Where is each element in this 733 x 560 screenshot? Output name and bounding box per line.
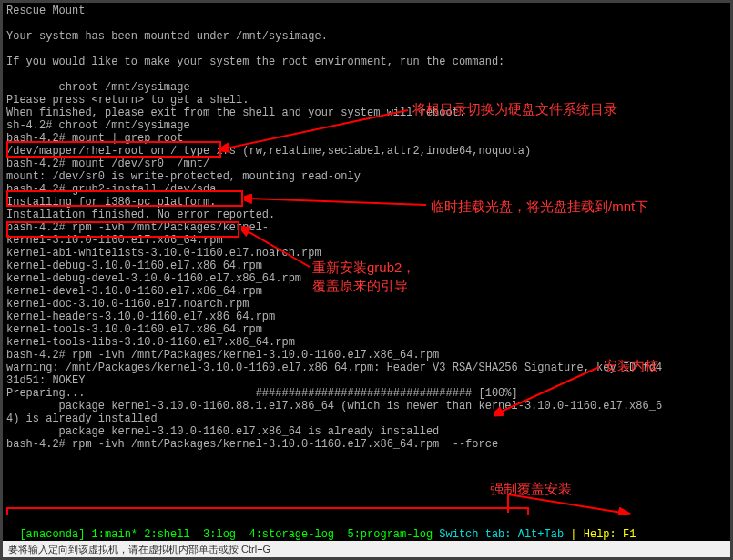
vmware-hint-bar: 要将输入定向到该虚拟机，请在虚拟机内部单击或按 Ctrl+G <box>3 541 730 557</box>
terminal-line: /dev/mapper/rhel-root on / type xfs (rw,… <box>6 145 727 158</box>
annotation-force: 强制覆盖安装 <box>490 481 572 498</box>
terminal-line: 4) is already installed <box>6 412 727 425</box>
terminal-line: chroot /mnt/sysimage <box>6 81 727 94</box>
annotation-grub2: 重新安装grub2， <box>312 260 415 277</box>
terminal-line: kernel-tools-3.10.0-1160.el7.x86_64.rpm <box>6 323 727 336</box>
terminal-line: bash-4.2# mount | grep root <box>6 132 727 145</box>
terminal-line: Please press <return> to get a shell. <box>6 94 727 107</box>
terminal-line: kernel-headers-3.10.0-1160.el7.x86_64.rp… <box>6 311 727 323</box>
annotation-kernel: 安装内核 <box>604 358 658 375</box>
terminal-line: When finished, please exit from the shel… <box>6 107 727 119</box>
terminal-line: Your system has been mounted under /mnt/… <box>6 30 727 43</box>
terminal-line: bash-4.2# mount /dev/sr0 /mnt/ <box>6 158 727 170</box>
terminal-line: package kernel-3.10.0-1160.88.1.el7.x86_… <box>6 400 727 412</box>
terminal-line: kernel-3.10.0-1160.el7.x86_64.rpm <box>6 234 727 247</box>
terminal-output[interactable]: Rescue Mount Your system has been mounte… <box>3 3 730 453</box>
hint-text: 要将输入定向到该虚拟机，请在虚拟机内部单击或按 Ctrl+G <box>8 544 270 555</box>
terminal-line: kernel-abi-whitelists-3.10.0-1160.el7.no… <box>6 247 727 260</box>
terminal-line: bash-4.2# grub2-install /dev/sda <box>6 183 727 196</box>
status-switch: Switch tab: Alt+Tab <box>433 528 570 541</box>
terminal-line: If you would like to make your system th… <box>6 56 727 68</box>
annotation-mount: 临时挂载光盘，将光盘挂载到/mnt下 <box>431 199 704 216</box>
terminal-line: kernel-tools-libs-3.10.0-1160.el7.x86_64… <box>6 336 727 349</box>
terminal-line: 31d51: NOKEY <box>6 374 727 387</box>
annotation-grub2b: 覆盖原来的引导 <box>312 278 408 295</box>
terminal-line: bash-4.2# rpm -ivh /mnt/Packages/kernel- <box>6 221 727 234</box>
annotation-chroot: 将根目录切换为硬盘文件系统目录 <box>412 101 617 118</box>
status-left: [anaconda] 1:main* 2:shell 3:log 4:stora… <box>19 528 433 541</box>
terminal-line: kernel-doc-3.10.0-1160.el7.noarch.rpm <box>6 298 727 311</box>
terminal-line <box>6 17 727 30</box>
terminal-line: Preparing... ###########################… <box>6 387 727 400</box>
tmux-status-bar: [anaconda] 1:main* 2:shell 3:log 4:stora… <box>3 515 730 541</box>
terminal-line: Rescue Mount <box>6 5 727 17</box>
terminal-line <box>6 68 727 81</box>
terminal-line: package kernel-3.10.0-1160.el7.x86_64 is… <box>6 425 727 438</box>
terminal-line: bash-4.2# rpm -ivh /mnt/Packages/kernel-… <box>6 438 727 451</box>
terminal-line: sh-4.2# chroot /mnt/sysimage <box>6 119 727 132</box>
status-help: | Help: F1 <box>570 528 642 541</box>
terminal-line: mount: /dev/sr0 is write-protected, moun… <box>6 170 727 183</box>
terminal-line <box>6 43 727 56</box>
